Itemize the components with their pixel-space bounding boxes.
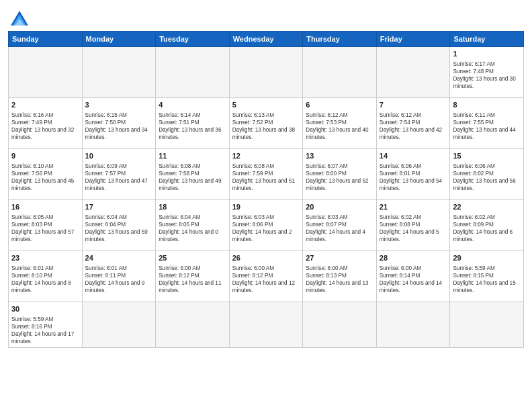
day-number: 24 — [85, 253, 153, 263]
calendar-cell: 16Sunrise: 6:05 AMSunset: 8:03 PMDayligh… — [9, 200, 83, 251]
day-info: Sunrise: 6:00 AMSunset: 8:13 PMDaylight:… — [306, 265, 368, 293]
day-number: 15 — [453, 151, 521, 161]
day-number: 14 — [380, 151, 447, 161]
calendar-cell: 25Sunrise: 6:00 AMSunset: 8:12 PMDayligh… — [156, 251, 230, 302]
calendar-cell: 24Sunrise: 6:01 AMSunset: 8:11 PMDayligh… — [82, 251, 156, 302]
calendar-cell: 19Sunrise: 6:03 AMSunset: 8:06 PMDayligh… — [229, 200, 303, 251]
calendar-cell — [82, 47, 156, 98]
calendar-cell: 3Sunrise: 6:15 AMSunset: 7:50 PMDaylight… — [82, 98, 156, 149]
day-number: 19 — [232, 202, 300, 212]
header — [8, 7, 524, 27]
calendar-cell — [376, 47, 450, 98]
col-header-thursday: Thursday — [303, 32, 377, 47]
day-info: Sunrise: 6:02 AMSunset: 8:09 PMDaylight:… — [453, 214, 513, 242]
calendar-cell — [450, 302, 524, 348]
day-number: 28 — [380, 253, 447, 263]
day-number: 21 — [380, 202, 447, 212]
day-number: 27 — [306, 253, 373, 263]
day-info: Sunrise: 6:11 AMSunset: 7:55 PMDaylight:… — [453, 112, 515, 140]
day-info: Sunrise: 6:06 AMSunset: 8:02 PMDaylight:… — [453, 163, 515, 191]
col-header-sunday: Sunday — [9, 32, 83, 47]
calendar-cell: 23Sunrise: 6:01 AMSunset: 8:10 PMDayligh… — [9, 251, 83, 302]
day-number: 9 — [11, 151, 79, 161]
calendar-cell: 30Sunrise: 5:59 AMSunset: 8:16 PMDayligh… — [9, 302, 83, 348]
day-number: 22 — [453, 202, 521, 212]
calendar-cell: 2Sunrise: 6:16 AMSunset: 7:49 PMDaylight… — [9, 98, 83, 149]
day-number: 11 — [159, 151, 226, 161]
calendar-week-3: 9Sunrise: 6:10 AMSunset: 7:56 PMDaylight… — [9, 149, 524, 200]
day-info: Sunrise: 5:59 AMSunset: 8:16 PMDaylight:… — [11, 316, 74, 345]
day-number: 6 — [306, 100, 373, 110]
calendar-cell — [303, 302, 377, 348]
day-number: 7 — [380, 100, 447, 110]
calendar-cell — [303, 47, 377, 98]
calendar-week-4: 16Sunrise: 6:05 AMSunset: 8:03 PMDayligh… — [9, 200, 524, 251]
day-info: Sunrise: 6:12 AMSunset: 7:53 PMDaylight:… — [306, 112, 368, 140]
day-info: Sunrise: 6:12 AMSunset: 7:54 PMDaylight:… — [380, 112, 442, 140]
day-info: Sunrise: 6:14 AMSunset: 7:51 PMDaylight:… — [159, 112, 221, 140]
calendar-cell — [376, 302, 450, 348]
day-info: Sunrise: 6:16 AMSunset: 7:49 PMDaylight:… — [11, 112, 74, 140]
calendar-cell: 9Sunrise: 6:10 AMSunset: 7:56 PMDaylight… — [9, 149, 83, 200]
calendar-cell: 6Sunrise: 6:12 AMSunset: 7:53 PMDaylight… — [303, 98, 377, 149]
calendar-cell — [82, 302, 156, 348]
day-number: 20 — [306, 202, 373, 212]
day-info: Sunrise: 5:59 AMSunset: 8:15 PMDaylight:… — [453, 265, 515, 293]
day-number: 30 — [11, 304, 79, 314]
day-info: Sunrise: 6:17 AMSunset: 7:48 PMDaylight:… — [453, 61, 515, 89]
day-info: Sunrise: 6:07 AMSunset: 8:00 PMDaylight:… — [306, 163, 368, 191]
day-info: Sunrise: 6:09 AMSunset: 7:57 PMDaylight:… — [85, 163, 148, 191]
day-number: 23 — [11, 253, 79, 263]
day-info: Sunrise: 6:15 AMSunset: 7:50 PMDaylight:… — [85, 112, 148, 140]
day-info: Sunrise: 6:03 AMSunset: 8:07 PMDaylight:… — [306, 214, 365, 242]
page: SundayMondayTuesdayWednesdayThursdayFrid… — [0, 0, 532, 411]
day-info: Sunrise: 6:00 AMSunset: 8:14 PMDaylight:… — [380, 265, 442, 293]
col-header-friday: Friday — [376, 32, 450, 47]
col-header-saturday: Saturday — [450, 32, 524, 47]
day-number: 13 — [306, 151, 373, 161]
day-number: 10 — [85, 151, 153, 161]
calendar-cell: 18Sunrise: 6:04 AMSunset: 8:05 PMDayligh… — [156, 200, 230, 251]
day-number: 29 — [453, 253, 521, 263]
day-info: Sunrise: 6:06 AMSunset: 8:01 PMDaylight:… — [380, 163, 442, 191]
day-number: 2 — [11, 100, 79, 110]
day-number: 12 — [232, 151, 300, 161]
calendar-cell: 15Sunrise: 6:06 AMSunset: 8:02 PMDayligh… — [450, 149, 524, 200]
calendar-cell: 7Sunrise: 6:12 AMSunset: 7:54 PMDaylight… — [376, 98, 450, 149]
day-info: Sunrise: 6:08 AMSunset: 7:59 PMDaylight:… — [232, 163, 295, 191]
day-info: Sunrise: 6:13 AMSunset: 7:52 PMDaylight:… — [232, 112, 295, 140]
day-number: 18 — [159, 202, 226, 212]
day-number: 17 — [85, 202, 153, 212]
calendar-week-2: 2Sunrise: 6:16 AMSunset: 7:49 PMDaylight… — [9, 98, 524, 149]
day-info: Sunrise: 6:10 AMSunset: 7:56 PMDaylight:… — [11, 163, 74, 191]
calendar-cell: 11Sunrise: 6:08 AMSunset: 7:58 PMDayligh… — [156, 149, 230, 200]
calendar-table: SundayMondayTuesdayWednesdayThursdayFrid… — [8, 31, 524, 348]
calendar-cell: 10Sunrise: 6:09 AMSunset: 7:57 PMDayligh… — [82, 149, 156, 200]
day-info: Sunrise: 6:00 AMSunset: 8:12 PMDaylight:… — [159, 265, 221, 293]
day-number: 16 — [11, 202, 79, 212]
calendar-cell: 12Sunrise: 6:08 AMSunset: 7:59 PMDayligh… — [229, 149, 303, 200]
calendar-cell: 28Sunrise: 6:00 AMSunset: 8:14 PMDayligh… — [376, 251, 450, 302]
day-number: 5 — [232, 100, 300, 110]
day-info: Sunrise: 6:04 AMSunset: 8:05 PMDaylight:… — [159, 214, 218, 242]
calendar-cell: 27Sunrise: 6:00 AMSunset: 8:13 PMDayligh… — [303, 251, 377, 302]
calendar-cell: 1Sunrise: 6:17 AMSunset: 7:48 PMDaylight… — [450, 47, 524, 98]
day-info: Sunrise: 6:02 AMSunset: 8:08 PMDaylight:… — [380, 214, 439, 242]
calendar-cell — [9, 47, 83, 98]
day-info: Sunrise: 6:01 AMSunset: 8:11 PMDaylight:… — [85, 265, 145, 293]
calendar-cell — [156, 302, 230, 348]
day-info: Sunrise: 6:08 AMSunset: 7:58 PMDaylight:… — [159, 163, 221, 191]
col-header-tuesday: Tuesday — [156, 32, 230, 47]
calendar-cell: 21Sunrise: 6:02 AMSunset: 8:08 PMDayligh… — [376, 200, 450, 251]
calendar-cell: 22Sunrise: 6:02 AMSunset: 8:09 PMDayligh… — [450, 200, 524, 251]
day-number: 26 — [232, 253, 300, 263]
day-info: Sunrise: 6:01 AMSunset: 8:10 PMDaylight:… — [11, 265, 71, 293]
day-info: Sunrise: 6:00 AMSunset: 8:12 PMDaylight:… — [232, 265, 295, 293]
calendar-cell: 20Sunrise: 6:03 AMSunset: 8:07 PMDayligh… — [303, 200, 377, 251]
day-number: 4 — [159, 100, 226, 110]
calendar-cell: 5Sunrise: 6:13 AMSunset: 7:52 PMDaylight… — [229, 98, 303, 149]
calendar-cell: 14Sunrise: 6:06 AMSunset: 8:01 PMDayligh… — [376, 149, 450, 200]
calendar-week-1: 1Sunrise: 6:17 AMSunset: 7:48 PMDaylight… — [9, 47, 524, 98]
day-number: 1 — [453, 49, 521, 59]
day-number: 25 — [159, 253, 226, 263]
